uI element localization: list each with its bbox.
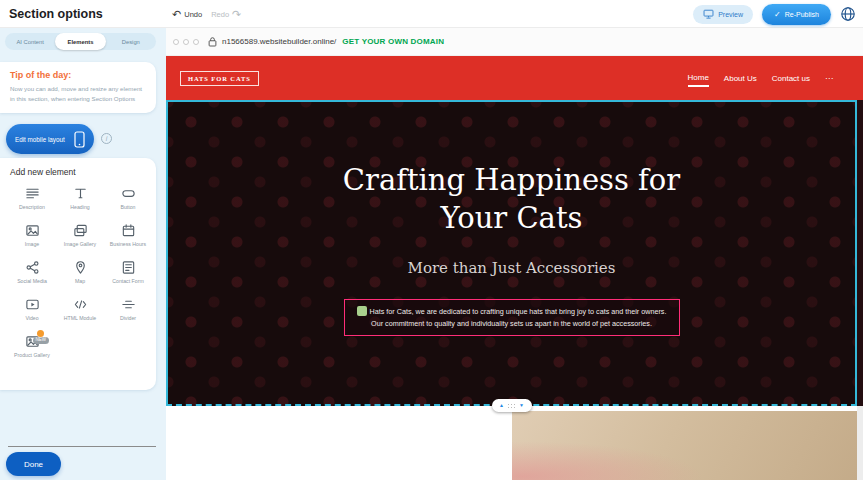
add-panel-title: Add new element [10,167,150,177]
nav-more-button[interactable]: ⋯ [825,70,833,86]
element-label: Button [121,204,136,211]
add-element-description[interactable]: Description [10,186,54,211]
page-scrollbar[interactable] [857,56,863,480]
hero-paragraph-selected[interactable]: Hats for Cats, we are dedicated to craft… [344,299,680,336]
language-globe-button[interactable] [840,6,856,22]
tab-label: Design [122,39,140,45]
hero-section-selected[interactable]: Crafting Happiness for Your Cats More th… [166,100,857,406]
contact-form-icon [121,260,136,275]
heading-icon [73,186,88,201]
element-label: Description [19,204,45,211]
section-options-sidebar: AI Content Elements Design Tip of the da… [0,28,166,480]
add-new-element-panel: Add new element Description Heading Butt… [0,158,156,390]
add-element-html-module[interactable]: HTML Module [58,297,102,322]
republish-button[interactable]: ✓ Re-Publish [762,4,831,25]
element-label: HTML Module [64,315,96,322]
tab-ai-content[interactable]: AI Content [5,33,55,50]
tab-label: Elements [68,39,94,45]
element-label: Image [25,241,39,248]
hero-paragraph-text: Hats for Cats, we are dedicated to craft… [370,307,667,328]
window-dot [183,39,189,45]
history-controls: ↶ Undo Redo ↷ [172,0,241,28]
element-label: Divider [120,315,136,322]
scrollbar-segment-header [857,56,863,100]
element-label: Video [25,315,38,322]
add-element-divider[interactable]: Divider [106,297,150,322]
new-badge-dot [37,330,44,337]
lock-icon [208,36,217,47]
nav-about-us[interactable]: About Us [724,70,757,86]
section-resize-handle[interactable]: ▲ ▼ [492,399,532,412]
sidebar-divider [8,446,156,447]
site-header: HATS FOR CATS Home About Us Contact us ⋯ [166,56,857,100]
preview-button[interactable]: Preview [693,5,753,24]
app-window: Section options ↶ Undo Redo ↷ Preview ✓ … [0,0,863,480]
social-media-icon [25,260,40,275]
get-domain-link[interactable]: GET YOUR OWN DOMAIN [342,37,444,46]
edit-mobile-layout-button[interactable]: Edit mobile layout [6,124,94,154]
add-element-map[interactable]: Map [58,260,102,285]
site-nav: Home About Us Contact us ⋯ [688,69,834,87]
window-dots [173,39,199,45]
info-icon[interactable]: i [101,133,112,144]
nav-home[interactable]: Home [688,69,709,87]
monitor-icon [703,9,714,19]
button-icon [121,186,136,201]
add-element-social-media[interactable]: Social Media [10,260,54,285]
scrollbar-segment-hero [857,100,863,406]
element-label: Social Media [17,278,47,285]
add-element-button[interactable]: Button [106,186,150,211]
divider-icon [121,297,136,312]
sidebar-tabs: AI Content Elements Design [5,33,156,50]
arrow-down-icon: ▼ [519,403,524,408]
done-button[interactable]: Done [6,452,61,476]
undo-icon: ↶ [172,9,181,20]
element-label: Heading [70,204,89,211]
image-icon [25,223,40,238]
element-label: Map [75,278,85,285]
nav-contact-us[interactable]: Contact us [772,70,810,86]
hero-heading[interactable]: Crafting Happiness for Your Cats [312,162,712,237]
browser-address-bar: n1566589.websitebuilder.online/ GET YOUR… [166,28,863,56]
business-hours-icon [121,223,136,238]
redo-label: Redo [211,10,229,19]
undo-button[interactable]: ↶ Undo [172,9,202,20]
page-title: Section options [9,7,103,21]
add-element-product-gallery[interactable]: NEW Product Gallery [10,334,54,359]
scrollbar-segment-below [857,406,863,480]
edit-mobile-label: Edit mobile layout [15,136,65,143]
element-label: Image Gallery [64,241,96,248]
republish-label: Re-Publish [785,11,819,18]
globe-icon [840,6,856,22]
preview-label: Preview [718,11,743,18]
redo-button[interactable]: Redo ↷ [211,9,241,20]
section-boundary-line: ▲ ▼ [166,404,857,406]
image-gallery-icon [73,223,88,238]
site-logo[interactable]: HATS FOR CATS [180,71,259,86]
tab-elements[interactable]: Elements [55,33,105,50]
add-element-heading[interactable]: Heading [58,186,102,211]
description-icon [25,186,40,201]
element-label: Product Gallery [14,352,50,359]
new-badge: NEW [33,337,50,344]
drag-dots-icon [507,403,516,409]
top-toolbar: Section options ↶ Undo Redo ↷ Preview ✓ … [0,0,863,28]
undo-label: Undo [184,10,202,19]
add-element-image-gallery[interactable]: Image Gallery [58,223,102,248]
tab-label: AI Content [16,39,43,45]
add-element-contact-form[interactable]: Contact Form [106,260,150,285]
tab-design[interactable]: Design [106,33,156,50]
element-handle-icon[interactable] [357,306,367,316]
next-section-area [166,406,863,480]
hero-subheading[interactable]: More than Just Accessories [168,259,855,277]
element-label: Business Hours [110,241,146,248]
element-grid: Description Heading Button Image Image G… [10,186,150,359]
add-element-business-hours[interactable]: Business Hours [106,223,150,248]
html-module-icon [73,297,88,312]
toolbar-actions: Preview ✓ Re-Publish [693,0,856,28]
add-element-video[interactable]: Video [10,297,54,322]
tip-of-the-day-card: Tip of the day: Now you can add, move an… [0,62,156,113]
site-url: n1566589.websitebuilder.online/ [222,37,336,46]
map-icon [73,260,88,275]
add-element-image[interactable]: Image [10,223,54,248]
